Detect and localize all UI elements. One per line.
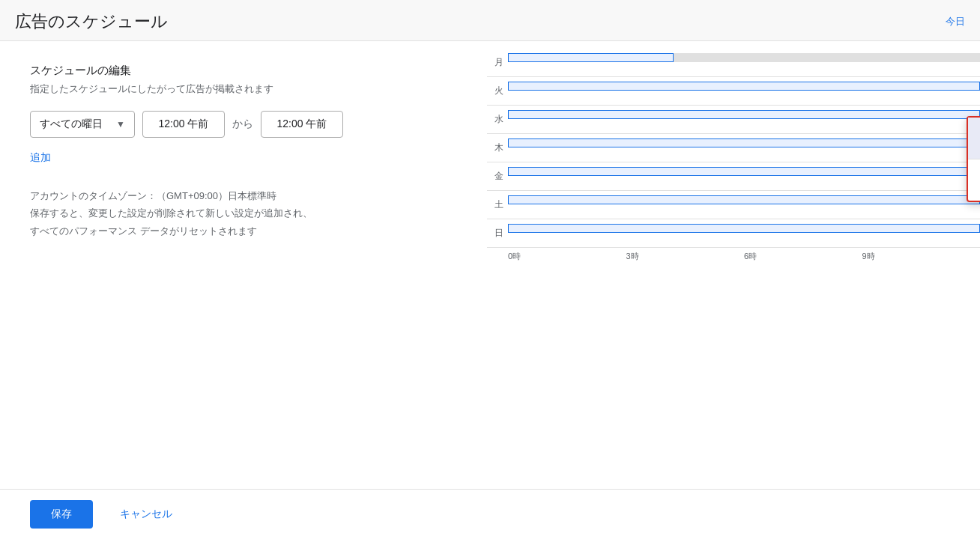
schedule-row: すべての曜日 ▼ 12:00 午前 から 12:00 午前: [30, 111, 457, 138]
cancel-button[interactable]: キャンセル: [108, 500, 184, 529]
page-wrapper: 広告のスケジュール 今日 スケジュールの編集 指定したスケジュールにしたがって広…: [0, 0, 980, 262]
chevron-down-icon: ▼: [116, 119, 125, 130]
save-button[interactable]: 保存: [30, 500, 93, 529]
day-bar-area: [508, 162, 980, 190]
day-rows: 月 火 水: [487, 49, 980, 248]
day-label: 木: [487, 141, 508, 154]
day-bar-area: [508, 49, 980, 76]
timezone-line3: すべてのパフォーマンス データがリセットされます: [30, 222, 457, 240]
table-row: 火: [487, 77, 980, 106]
day-bar-area: [508, 191, 980, 219]
dropdown-item-24h[interactable]: 24 時間形式を使用する: [968, 159, 980, 201]
bar-filled: [508, 167, 980, 176]
day-bar-area: [508, 106, 980, 133]
header-right-link[interactable]: 今日: [946, 15, 965, 28]
chart-axis: 0時 3時 6時 9時: [508, 248, 980, 262]
bar-filled: [508, 138, 980, 147]
timezone-line1: アカウントのタイムゾーン：（GMT+09:00）日本標準時: [30, 187, 457, 204]
day-select-label: すべての曜日: [40, 118, 103, 131]
axis-label-9: 9時: [862, 251, 981, 262]
chart-area: 月 火 水: [487, 49, 980, 262]
right-panel: 月 火 水: [487, 41, 980, 262]
table-row: 水: [487, 106, 980, 134]
day-label: 火: [487, 85, 508, 97]
from-label: から: [232, 118, 253, 131]
bar-filled: [508, 195, 980, 204]
time-to-button[interactable]: 12:00 午前: [261, 111, 343, 138]
left-panel: スケジュールの編集 指定したスケジュールにしたがって広告が掲載されます すべての…: [0, 41, 487, 262]
day-bar-area: [508, 134, 980, 162]
bar-grey: [674, 53, 981, 62]
axis-label-0: 0時: [508, 251, 626, 262]
day-label: 金: [487, 170, 508, 183]
page-title: 広告のスケジュール: [15, 10, 168, 33]
table-row: 土: [487, 191, 980, 219]
page-header: 広告のスケジュール 今日: [0, 0, 980, 41]
section-title: スケジュールの編集: [30, 64, 457, 78]
timezone-line2: 保存すると、変更した設定が削除されて新しい設定が追加され、: [30, 204, 457, 222]
table-row: 木: [487, 134, 980, 162]
bar-partial: [508, 53, 674, 62]
footer: 保存 キャンセル: [0, 489, 980, 539]
bar-filled: [508, 82, 980, 91]
day-label: 土: [487, 198, 508, 211]
bar-filled: [508, 110, 980, 119]
axis-label-3: 3時: [626, 251, 745, 262]
section-desc: 指定したスケジュールにしたがって広告が掲載されます: [30, 82, 457, 96]
table-row: 日: [487, 219, 980, 248]
day-label: 日: [487, 227, 508, 240]
main-content: スケジュールの編集 指定したスケジュールにしたがって広告が掲載されます すべての…: [0, 41, 980, 262]
axis-label-6: 6時: [744, 251, 862, 262]
time-format-dropdown: 12 時間形式を使用する 24 時間形式を使用する: [967, 116, 980, 202]
table-row: 月: [487, 49, 980, 77]
bar-filled: [508, 224, 980, 233]
add-link[interactable]: 追加: [30, 151, 51, 165]
day-label: 月: [487, 56, 508, 69]
day-select[interactable]: すべての曜日 ▼: [30, 111, 135, 138]
day-label: 水: [487, 113, 508, 126]
timezone-info: アカウントのタイムゾーン：（GMT+09:00）日本標準時 保存すると、変更した…: [30, 187, 457, 240]
time-from-button[interactable]: 12:00 午前: [142, 111, 225, 138]
dropdown-item-12h[interactable]: 12 時間形式を使用する: [968, 118, 980, 159]
day-bar-area: [508, 219, 980, 247]
table-row: 金: [487, 162, 980, 191]
day-bar-area: [508, 77, 980, 105]
